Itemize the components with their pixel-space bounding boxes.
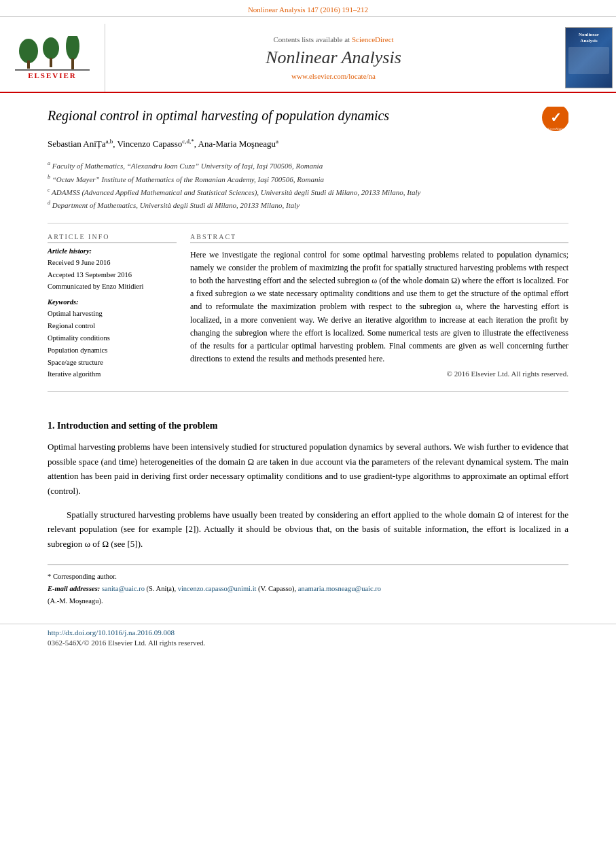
author-name-2: (V. Capasso), <box>258 585 296 592</box>
svg-text:✓: ✓ <box>550 110 562 125</box>
keyword-6: Iterative algorithm <box>48 368 177 380</box>
journal-title: Nonlinear Analysis <box>266 48 401 68</box>
svg-rect-5 <box>71 58 74 69</box>
keyword-3: Optimality conditions <box>48 332 177 344</box>
svg-point-0 <box>19 39 38 63</box>
divider-1 <box>48 223 568 223</box>
received-date: Received 9 June 2016 <box>48 257 177 269</box>
contents-available-text: Contents lists available at ScienceDirec… <box>273 35 393 43</box>
copyright-text: © 2016 Elsevier Ltd. All rights reserved… <box>190 370 568 378</box>
svg-text:CrossMark: CrossMark <box>548 127 564 130</box>
cover-title-text: NonlinearAnalysis <box>579 32 599 44</box>
footnotes: * Corresponding author. E-mail addresses… <box>48 565 568 607</box>
article-history-label: Article history: <box>48 247 177 255</box>
sciencedirect-link[interactable]: ScienceDirect <box>352 35 394 43</box>
keywords-list: Optimal harvesting Regional control Opti… <box>48 308 177 380</box>
author1: Sebastian AniȚaa,b, <box>48 139 117 149</box>
keyword-4: Population dynamics <box>48 344 177 357</box>
authors-line: Sebastian AniȚaa,b, Vincenzo Capassoc,d,… <box>48 138 568 149</box>
divider-2 <box>48 391 568 392</box>
affiliation-a: a Faculty of Mathematics, “Alexandru Ioa… <box>48 159 568 172</box>
email-3[interactable]: anamaria.mosneagu@uaic.ro <box>298 585 381 592</box>
svg-rect-1 <box>27 60 30 69</box>
crossmark-badge[interactable]: ✓ CrossMark <box>541 107 568 130</box>
paper-title: Regional control in optimal harvesting o… <box>48 107 568 124</box>
abstract-heading: ABSTRACT <box>190 233 568 243</box>
keyword-5: Space/age structure <box>48 357 177 369</box>
affiliation-c: c ADAMSS (Advanced Applied Mathematical … <box>48 185 568 198</box>
cover-decoration <box>568 47 609 74</box>
elsevier-logo-image: ELSEVIER <box>12 36 93 80</box>
affiliation-d: d Department of Mathematics, Università … <box>48 198 568 211</box>
section-1-title: 1. Introduction and setting of the probl… <box>48 420 568 431</box>
abstract-panel: ABSTRACT Here we investigate the regiona… <box>190 233 568 381</box>
author3: Ana-Maria Moşneagua <box>198 139 278 149</box>
author2: Vincenzo Capassoc,d,*, <box>117 139 198 149</box>
article-info-abstract: ARTICLE INFO Article history: Received 9… <box>48 233 568 381</box>
abstract-text: Here we investigate the regional control… <box>190 249 568 366</box>
author-name-1: (S. Aniţa), <box>147 585 176 592</box>
affiliation-b: b “Octav Mayer” Institute of Mathematics… <box>48 173 568 185</box>
crossmark-svg: ✓ CrossMark <box>541 107 568 132</box>
svg-text:ELSEVIER: ELSEVIER <box>28 71 77 79</box>
article-info-panel: ARTICLE INFO Article history: Received 9… <box>48 233 177 381</box>
cover-image: NonlinearAnalysis <box>565 27 613 88</box>
svg-point-4 <box>66 36 79 60</box>
footer: http://dx.doi.org/10.1016/j.na.2016.09.0… <box>0 624 616 651</box>
section-1-paragraph-1: Optimal harvesting problems have been in… <box>48 440 568 498</box>
citation-text: Nonlinear Analysis 147 (2016) 191–212 <box>248 5 368 14</box>
author-name-3: (A.-M. Moşneagu). <box>48 597 103 605</box>
citation-bar: Nonlinear Analysis 147 (2016) 191–212 <box>0 0 616 17</box>
email-1[interactable]: sanita@uaic.ro <box>102 585 145 592</box>
svg-rect-3 <box>50 58 52 67</box>
email-label: E-mail addresses: <box>48 585 100 592</box>
section-1-paragraph-2: Spatially structured harvesting problems… <box>48 507 568 551</box>
elsevier-logo: ELSEVIER <box>0 24 105 92</box>
journal-header: ELSEVIER Contents lists available at Sci… <box>0 17 616 93</box>
article-dates: Received 9 June 2016 Accepted 13 Septemb… <box>48 257 177 293</box>
keywords-label: Keywords: <box>48 298 177 306</box>
main-content: 1. Introduction and setting of the probl… <box>0 408 616 614</box>
corresponding-author-note: * Corresponding author. <box>48 573 117 580</box>
accepted-date: Accepted 13 September 2016 <box>48 269 177 281</box>
footnote-emails: E-mail addresses: sanita@uaic.ro (S. Ani… <box>48 583 568 607</box>
article-info-heading: ARTICLE INFO <box>48 233 177 243</box>
elsevier-tree-svg: ELSEVIER <box>12 36 93 80</box>
email-2[interactable]: vincenzo.capasso@unimi.it <box>178 585 257 592</box>
svg-point-2 <box>43 37 59 59</box>
communicated-by: Communicated by Enzo Mitidieri <box>48 281 177 293</box>
doi-link[interactable]: http://dx.doi.org/10.1016/j.na.2016.09.0… <box>48 628 568 637</box>
journal-cover: NonlinearAnalysis <box>562 24 616 92</box>
paper-section: ✓ CrossMark Regional control in optimal … <box>0 93 616 408</box>
affiliations: a Faculty of Mathematics, “Alexandru Ioa… <box>48 159 568 211</box>
footnote-star-line: * Corresponding author. <box>48 571 568 583</box>
journal-url[interactable]: www.elsevier.com/locate/na <box>291 72 376 80</box>
journal-info: Contents lists available at ScienceDirec… <box>105 24 562 92</box>
keyword-2: Regional control <box>48 320 177 332</box>
footer-rights: 0362-546X/© 2016 Elsevier Ltd. All right… <box>48 639 568 647</box>
keyword-1: Optimal harvesting <box>48 308 177 320</box>
